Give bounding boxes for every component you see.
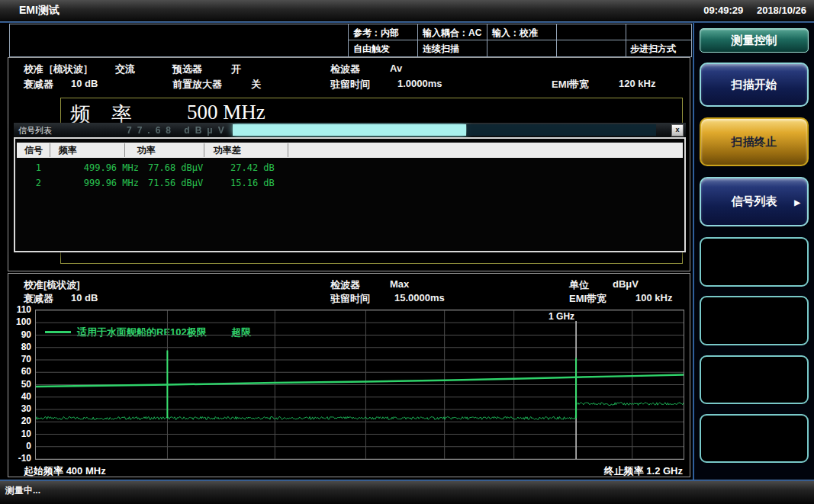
menu-header-measure-control[interactable]: 测量控制 xyxy=(700,28,809,53)
start-frequency-label: 起始频率 xyxy=(24,465,63,477)
unit-label: 单位 xyxy=(569,278,589,292)
preselector-value: 开 xyxy=(231,63,241,76)
signal-id: 1 xyxy=(24,162,41,173)
dialog-title-bar[interactable]: 信号列表 77.68 dBμV x xyxy=(14,123,686,137)
date-text: 2018/10/26 xyxy=(757,5,806,16)
spectrum-plot: 1 GHz 适用于水面舰船的RE102极限 超限 xyxy=(35,310,684,460)
column-divider xyxy=(204,143,204,157)
status-reference: 参考：内部 xyxy=(353,27,399,40)
status-message: 测量中... xyxy=(5,484,40,497)
window-title-bar: EMI测试 09:49:29 2018/10/26 xyxy=(0,0,814,21)
y-tick-label: 60 xyxy=(8,366,31,377)
table-divider xyxy=(556,24,557,56)
y-tick-label: -10 xyxy=(8,453,31,464)
signal-row-2[interactable]: 2 999.96 MHz 71.56 dBμV 15.16 dB xyxy=(17,178,683,191)
y-tick-label: 90 xyxy=(8,329,31,340)
y-tick-label: 110 xyxy=(8,304,31,315)
status-trigger: 自由触发 xyxy=(353,43,390,56)
y-tick-label: 70 xyxy=(8,354,31,364)
dialog-title: 信号列表 xyxy=(18,125,52,136)
detector-value: Av xyxy=(390,63,402,74)
preselector-label: 预选器 xyxy=(172,63,202,76)
signal-table-header: 信号 频率 功率 功率差 xyxy=(17,143,683,158)
highlight-bar-dim xyxy=(467,124,656,136)
y-axis-ticks: 1101009080706050403020100-10 xyxy=(8,310,33,458)
softkey-sidebar: 测量控制 扫描开始 扫描终止 信号列表 ▶ xyxy=(693,23,814,480)
atten-label: 衰减器 xyxy=(24,78,53,91)
chart-atten-value: 10 dB xyxy=(71,292,98,303)
column-divider xyxy=(124,143,125,157)
y-tick-label: 0 xyxy=(8,441,31,451)
signal-row-1[interactable]: 1 499.96 MHz 77.68 dBμV 27.42 dB xyxy=(17,162,683,176)
softkey-empty-4[interactable] xyxy=(700,414,809,463)
status-sweep: 连续扫描 xyxy=(423,43,459,56)
dwell-value: 1.0000ms xyxy=(397,78,442,89)
detector-label: 检波器 xyxy=(330,63,360,76)
start-frequency-value: 400 MHz xyxy=(66,465,106,477)
close-icon[interactable]: x xyxy=(671,124,684,136)
stop-frequency-value: 1.2 GHz xyxy=(646,465,683,477)
col-power-diff: 功率差 xyxy=(214,144,241,157)
atten-value: 10 dB xyxy=(71,78,98,89)
chart-detector-label: 检波器 xyxy=(330,278,360,292)
signal-id: 2 xyxy=(24,178,41,188)
submenu-arrow-icon: ▶ xyxy=(794,197,800,206)
cal-label: 校准［梳状波］ xyxy=(24,63,93,76)
highlight-bar xyxy=(233,124,466,136)
preamp-label: 前置放大器 xyxy=(172,78,222,91)
signal-list-body: 信号 频率 功率 功率差 1 499.96 MHz 77.68 dBμV 27.… xyxy=(14,137,686,252)
chart-cal-label: 校准[梳状波] xyxy=(24,278,80,292)
signal-list-button[interactable]: 信号列表 ▶ xyxy=(700,177,809,226)
instrument-status-table: 参考：内部 输入耦合：AC 输入：校准 自由触发 连续扫描 步进扫方式 xyxy=(9,24,692,57)
status-coupling: 输入耦合：AC xyxy=(423,27,481,40)
signal-diff: 15.16 dB xyxy=(230,178,275,188)
spectrum-panel: 校准[梳状波] 检波器 Max 单位 dBμV 衰减器 10 dB 驻留时间 1… xyxy=(8,273,690,477)
dwell-label: 驻留时间 xyxy=(330,78,370,91)
table-divider xyxy=(417,24,418,56)
y-tick-label: 100 xyxy=(8,316,31,327)
time-text: 09:49:29 xyxy=(703,5,743,16)
softkey-empty-1[interactable] xyxy=(700,237,809,287)
chart-detector-value: Max xyxy=(390,278,409,290)
ghost-readout: 77.68 dBμV xyxy=(127,125,230,136)
start-frequency: 起始频率 400 MHz xyxy=(24,464,106,478)
y-tick-label: 50 xyxy=(8,379,31,390)
signal-freq: 999.96 MHz xyxy=(55,178,139,188)
signal-power: 71.56 dBμV xyxy=(148,178,203,188)
table-divider xyxy=(348,24,349,56)
emi-bw-value: 120 kHz xyxy=(619,78,655,89)
signal-power: 77.68 dBμV xyxy=(148,162,203,173)
y-tick-label: 10 xyxy=(8,429,31,439)
table-divider xyxy=(348,40,691,40)
scan-start-button[interactable]: 扫描开始 xyxy=(700,63,809,107)
chart-emi-bw-label: EMI带宽 xyxy=(569,292,606,306)
chart-dwell-label: 驻留时间 xyxy=(330,292,370,306)
preamp-value: 关 xyxy=(251,78,261,91)
table-divider xyxy=(626,24,626,56)
signal-list-button-label: 信号列表 xyxy=(732,194,777,209)
top-separator xyxy=(0,21,814,23)
softkey-empty-3[interactable] xyxy=(700,355,809,404)
col-power: 功率 xyxy=(137,144,156,157)
unit-value: dBμV xyxy=(613,278,639,290)
stop-frequency: 终止频率 1.2 GHz xyxy=(497,464,683,478)
frequency-value: 500 MHz xyxy=(187,101,265,124)
chart-emi-bw-value: 100 kHz xyxy=(635,292,672,303)
softkey-empty-2[interactable] xyxy=(700,296,809,345)
clock: 09:49:29 2018/10/26 xyxy=(693,0,806,21)
cal-value: 交流 xyxy=(115,63,135,76)
emi-bw-label: EMI带宽 xyxy=(552,78,589,91)
status-input: 输入：校准 xyxy=(492,27,538,40)
column-divider xyxy=(50,143,50,157)
col-signal: 信号 xyxy=(24,144,43,157)
signal-freq: 499.96 MHz xyxy=(55,162,139,173)
chart-dwell-value: 15.0000ms xyxy=(394,292,445,303)
table-divider xyxy=(487,24,487,56)
signal-diff: 27.42 dB xyxy=(230,162,275,173)
y-tick-label: 20 xyxy=(8,416,31,426)
y-tick-label: 80 xyxy=(8,342,31,352)
col-frequency: 频率 xyxy=(59,144,77,157)
y-tick-label: 40 xyxy=(8,391,31,402)
status-step-mode: 步进扫方式 xyxy=(630,43,676,56)
scan-stop-button[interactable]: 扫描终止 xyxy=(700,117,809,166)
